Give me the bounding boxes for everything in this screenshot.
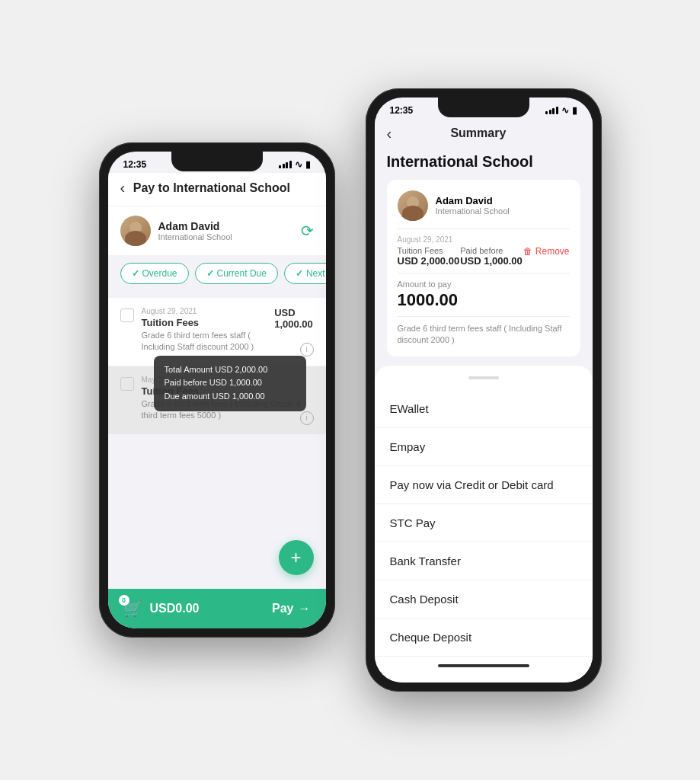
payment-item-stc[interactable]: STC Pay: [375, 504, 593, 542]
summary-profile-text: Adam David International School: [436, 195, 510, 216]
info-icon-1[interactable]: i: [300, 343, 314, 356]
left-phone: 12:35 ∿ ▮ ‹ Pay to International School: [99, 142, 335, 638]
payment-panel: EWallet Empay Pay now via Credit or Debi…: [375, 366, 593, 682]
invoice-tooltip: Total Amount USD 2,000.00 Paid before US…: [154, 356, 306, 411]
filter-label-overdue: Overdue: [142, 268, 177, 279]
invoice-details-1: August 29, 2021 Tuition Fees Grade 6 thi…: [142, 307, 275, 353]
payment-item-credit[interactable]: Pay now via Credit or Debit card: [375, 466, 593, 504]
summary-desc: Grade 6 third term fees staff ( Includin…: [398, 323, 570, 347]
remove-label: Remove: [535, 246, 570, 257]
filter-label-current: Current Due: [217, 268, 267, 279]
status-icons-right: ∿ ▮: [545, 105, 577, 116]
invoice-checkbox-1[interactable]: [120, 308, 134, 322]
avatar-left: [120, 216, 151, 246]
filter-tab-current[interactable]: ✓ Current Due: [195, 263, 278, 284]
divider-3: [398, 316, 570, 317]
payment-item-ewallet[interactable]: EWallet: [375, 390, 593, 428]
cart-icon: 🛒 0: [123, 599, 142, 618]
check-icon-overdue: ✓: [132, 268, 139, 279]
tooltip-line2: Paid before USD 1,000.00: [165, 376, 296, 390]
remove-button[interactable]: 🗑 Remove: [523, 246, 570, 257]
invoice-list: August 29, 2021 Tuition Fees Grade 6 thi…: [108, 292, 326, 441]
tooltip-line3: Due amount USD 1,000.00: [165, 390, 296, 404]
back-button-right[interactable]: ‹: [387, 125, 392, 142]
payment-item-empay[interactable]: Empay: [375, 428, 593, 466]
nav-bar-left: ‹ Pay to International School: [108, 173, 326, 206]
signal-icon-right: [545, 107, 558, 114]
profile-school-left: International School: [158, 232, 232, 241]
notch-right: [438, 98, 529, 117]
invoice-type-1: Tuition Fees: [142, 317, 275, 328]
status-icons-left: ∿ ▮: [279, 159, 311, 170]
summary-card: Adam David International School August 2…: [387, 180, 580, 357]
profile-text-left: Adam David International School: [158, 220, 232, 241]
paid-col: Paid before USD 1,000.00: [460, 246, 523, 267]
paid-before-value: USD 1,000.00: [460, 255, 523, 267]
filter-tab-overdue[interactable]: ✓ Overdue: [120, 263, 189, 284]
time-right: 12:35: [390, 105, 414, 116]
payment-item-bank[interactable]: Bank Transfer: [375, 542, 593, 580]
right-phone-screen: 12:35 ∿ ▮ ‹ Summary International School: [375, 98, 593, 683]
right-phone: 12:35 ∿ ▮ ‹ Summary International School: [366, 88, 602, 692]
invoice-item-2: May 31, 2022 Tuition Fees Grade 6 third …: [108, 366, 326, 434]
summary-profile-name: Adam David: [436, 195, 510, 206]
filter-tab-next[interactable]: ✓ Next Due: [284, 263, 326, 284]
wifi-icon: ∿: [295, 159, 302, 170]
tuition-label: Tuition Fees: [398, 246, 460, 255]
payment-item-cash[interactable]: Cash Deposit: [375, 580, 593, 619]
profile-section-left: Adam David International School ⟳: [108, 206, 326, 255]
info-icon-2[interactable]: i: [300, 411, 314, 425]
divider-1: [398, 229, 570, 229]
cart-badge: 0: [119, 595, 129, 606]
left-phone-screen: 12:35 ∿ ▮ ‹ Pay to International School: [108, 152, 326, 628]
invoice-amount-1: USD 1,000.00: [274, 307, 313, 330]
panel-handle: [468, 376, 499, 379]
amount-to-pay-value: 1000.00: [398, 290, 570, 310]
home-indicator-right: [438, 664, 529, 667]
summary-profile: Adam David International School: [398, 190, 570, 221]
check-icon-next: ✓: [296, 268, 303, 279]
bottom-bar-left-section: 🛒 0 USD0.00: [123, 599, 200, 618]
history-icon-left[interactable]: ⟳: [301, 222, 314, 240]
pay-label: Pay: [272, 602, 293, 615]
bottom-bar-left: 🛒 0 USD0.00 Pay →: [108, 589, 326, 628]
profile-name-left: Adam David: [158, 220, 232, 232]
signal-icon: [279, 161, 292, 168]
filter-label-next: Next Due: [306, 268, 326, 279]
divider-2: [398, 273, 570, 273]
tuition-col: Tuition Fees USD 2,000.00: [398, 246, 460, 267]
tuition-value: USD 2,000.00: [398, 255, 460, 267]
avatar-right: [398, 190, 428, 221]
check-icon-current: ✓: [206, 268, 214, 279]
invoice-header-1: August 29, 2021 Tuition Fees Grade 6 thi…: [120, 307, 314, 353]
payment-item-cheque[interactable]: Cheque Deposit: [375, 619, 593, 657]
summary-title: Summary: [398, 126, 558, 140]
amount-to-pay-label: Amount to pay: [398, 280, 570, 289]
paid-before-label: Paid before: [460, 246, 523, 255]
bottom-amount: USD0.00: [150, 602, 200, 615]
invoice-desc-1: Grade 6 third term fees staff ( Includin…: [142, 330, 275, 353]
pay-button[interactable]: Pay →: [272, 602, 310, 615]
invoice-left-1: August 29, 2021 Tuition Fees Grade 6 thi…: [120, 307, 275, 353]
time-left: 12:35: [123, 159, 147, 170]
invoice-checkbox-2[interactable]: [120, 377, 134, 391]
summary-invoice-date: August 29, 2021: [398, 235, 570, 244]
trash-icon: 🗑: [523, 246, 532, 257]
summary-profile-school: International School: [436, 206, 510, 216]
back-button-left[interactable]: ‹: [120, 179, 126, 197]
summary-fees-row: Tuition Fees USD 2,000.00 Paid before US…: [398, 246, 570, 267]
profile-info-left: Adam David International School: [120, 216, 232, 246]
invoice-date-1: August 29, 2021: [142, 307, 275, 315]
wifi-icon-right: ∿: [561, 105, 569, 116]
battery-icon: ▮: [305, 159, 311, 170]
pay-arrow-icon: →: [299, 602, 311, 615]
filter-tabs: ✓ Overdue ✓ Current Due ✓ Next Due: [108, 255, 326, 292]
page-title-left: Pay to International School: [131, 181, 292, 195]
notch: [171, 152, 263, 171]
tooltip-line1: Total Amount USD 2,000.00: [165, 363, 296, 377]
add-fab-button[interactable]: +: [279, 540, 314, 575]
summary-nav: ‹ Summary: [375, 119, 593, 150]
summary-school-title: International School: [375, 150, 593, 180]
battery-icon-right: ▮: [572, 105, 577, 116]
